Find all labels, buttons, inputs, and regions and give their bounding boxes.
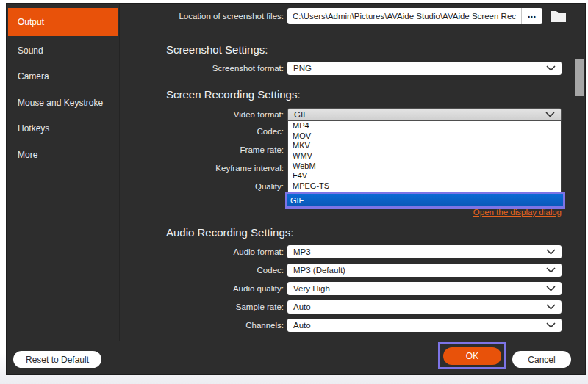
dropdown-option-mov[interactable]: MOV [288, 131, 561, 142]
video-format-select[interactable]: GIF [287, 108, 562, 121]
open-display-dialog-link[interactable]: Open the display dialog [473, 208, 562, 217]
audio-format-select[interactable]: MP3 [287, 245, 562, 258]
screenshot-settings-heading: Screenshot Settings: [166, 43, 268, 56]
chevron-down-icon [546, 249, 556, 255]
browse-button[interactable]: ••• [521, 8, 542, 24]
sidebar-item-label: Camera [18, 71, 49, 81]
audio-format-label: Audio format: [126, 245, 284, 258]
audio-codec-select[interactable]: MP3 (Default) [287, 264, 562, 277]
dropdown-option-webm[interactable]: WebM [288, 162, 561, 172]
video-format-dropdown-list: MP4 MOV MKV WMV WebM F4V MPEG-TS [287, 121, 562, 192]
sidebar-item-label: Output [18, 17, 44, 27]
chevron-down-icon [546, 267, 556, 273]
sidebar-item-more[interactable]: More [8, 142, 118, 167]
footer-divider [8, 341, 584, 341]
chevron-down-icon [546, 286, 556, 291]
select-value: Very High [293, 284, 330, 293]
cancel-button[interactable]: Cancel [512, 351, 571, 368]
ok-button[interactable]: OK [443, 347, 501, 365]
scrollbar-thumb[interactable] [575, 59, 584, 96]
chevron-down-icon [546, 65, 556, 71]
audio-codec-label: Codec: [126, 264, 284, 277]
frame-rate-label: Frame rate: [126, 145, 284, 155]
chevron-down-icon [546, 304, 556, 310]
quality-label: Quality: [126, 182, 284, 192]
sidebar-item-mouse-and-keystroke[interactable]: Mouse and Keystroke [8, 90, 118, 115]
audio-recording-settings-heading: Audio Recording Settings: [166, 226, 293, 239]
dropdown-option-wmv[interactable]: WMV [288, 151, 561, 162]
sidebar-item-camera[interactable]: Camera [8, 63, 118, 89]
keyframe-interval-label: Keyframe interval: [126, 164, 284, 173]
channels-label: Channels: [126, 319, 284, 332]
codec-label: Codec: [126, 127, 284, 137]
sidebar-item-output[interactable]: Output [8, 8, 118, 36]
sidebar-item-label: More [18, 150, 37, 160]
settings-dialog: Output Sound Camera Mouse and Keystroke … [6, 3, 586, 375]
path-value[interactable]: C:\Users\Admin\Pictures\AVAide Studio\AV… [287, 8, 521, 24]
select-value: Auto [293, 321, 311, 330]
dropdown-option-gif[interactable]: GIF [287, 194, 563, 206]
folder-icon [550, 12, 567, 25]
reset-to-default-button[interactable]: Reset to Default [13, 351, 101, 368]
select-value: MP3 [293, 247, 311, 256]
sample-rate-select[interactable]: Auto [287, 300, 562, 314]
audio-quality-select[interactable]: Very High [287, 282, 562, 295]
sidebar-item-sound[interactable]: Sound [8, 37, 118, 63]
screenshot-format-select[interactable]: PNG [287, 62, 562, 75]
screenshot-format-label: Screenshot format: [126, 62, 284, 75]
screen-recording-settings-heading: Screen Recording Settings: [166, 88, 301, 101]
sidebar-item-label: Hotkeys [18, 123, 49, 134]
screenshot-location-input[interactable]: C:\Users\Admin\Pictures\AVAide Studio\AV… [287, 8, 542, 24]
channels-select[interactable]: Auto [287, 319, 562, 332]
dropdown-option-mp4[interactable]: MP4 [288, 121, 561, 131]
location-label: Location of screenshot files: [126, 9, 284, 23]
sidebar-item-label: Sound [18, 46, 43, 56]
chevron-down-icon [545, 112, 555, 117]
dropdown-option-f4v[interactable]: F4V [288, 171, 561, 181]
sample-rate-label: Sample rate: [126, 300, 284, 314]
chevron-down-icon [546, 322, 556, 328]
select-value: Auto [293, 303, 311, 311]
open-folder-button[interactable] [550, 9, 567, 23]
ok-annotation: OK [438, 342, 506, 369]
dropdown-option-mpegts[interactable]: MPEG-TS [288, 181, 561, 192]
select-value: MP3 (Default) [293, 266, 345, 275]
sidebar-item-label: Mouse and Keystroke [18, 98, 103, 108]
dropdown-option-mkv[interactable]: MKV [288, 141, 561, 151]
audio-quality-label: Audio quality: [126, 282, 284, 295]
selection-annotation: GIF [285, 192, 565, 209]
select-value: PNG [293, 64, 312, 73]
select-value: GIF [294, 110, 308, 119]
sidebar-item-hotkeys[interactable]: Hotkeys [8, 115, 118, 141]
video-format-label: Video format: [126, 108, 284, 121]
sidebar-divider [119, 4, 120, 341]
